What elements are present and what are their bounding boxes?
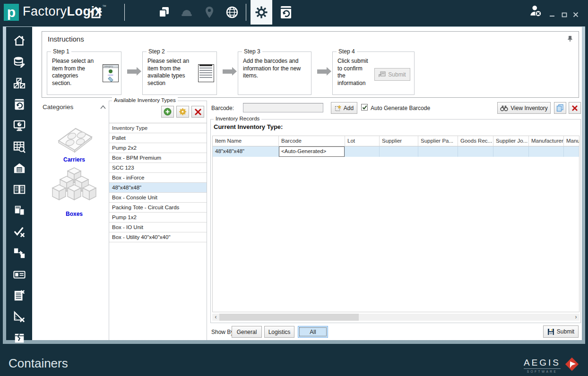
close-button[interactable] (571, 10, 580, 19)
category-label-carriers[interactable]: Carriers (42, 156, 107, 163)
record-cell (418, 146, 458, 157)
show-by-logistics-button[interactable]: Logistics (264, 326, 294, 338)
auto-generate-checkbox[interactable] (361, 104, 368, 111)
step-1-thumbnail: categorycarrier (103, 64, 119, 82)
column-header[interactable]: Supplier Pa... (418, 136, 458, 146)
column-header[interactable]: Manufacturer (529, 136, 564, 146)
location-pin-icon[interactable] (202, 5, 216, 19)
documents-icon[interactable] (157, 5, 171, 19)
add-type-button[interactable] (161, 106, 174, 118)
column-header[interactable]: Supplier Jo... (493, 136, 529, 146)
record-row[interactable]: 48"x48"x48" <Auto-Generated> (213, 146, 579, 157)
types-column-header[interactable]: Inventory Type (109, 123, 207, 133)
column-header[interactable]: Item Name (213, 136, 279, 146)
ruler-x-icon[interactable] (13, 310, 26, 324)
minimize-button[interactable] (547, 10, 557, 19)
pages-icon[interactable] (13, 204, 26, 217)
step-3-label: Step 3 (242, 48, 262, 55)
add-button[interactable]: Add (331, 102, 357, 114)
settings-tab-active[interactable] (251, 0, 272, 25)
show-by-all-button-selected[interactable]: All (298, 326, 328, 338)
categories-panel: Categories (42, 102, 107, 338)
home-icon[interactable] (89, 5, 103, 19)
categories-header: Categories (42, 102, 107, 112)
book-icon[interactable] (13, 183, 26, 196)
available-types-panel: Available Inventory Types (109, 101, 207, 340)
damaged-box-icon[interactable] (13, 332, 26, 345)
pin-icon[interactable] (567, 35, 573, 43)
record-cell-item-name: 48"x48"x48" (213, 146, 279, 157)
category-item-carriers[interactable]: Carriers (42, 123, 107, 163)
inventory-type-row[interactable]: Box - inForce (109, 173, 207, 183)
scroll-left-arrow[interactable]: ‹ (212, 314, 219, 321)
auto-generate-label[interactable]: Auto Generate Barcode (371, 105, 430, 111)
step-3: Step 3 Add the barcodes and information … (238, 51, 311, 95)
inventory-type-row[interactable]: Box - Utility 40"x40"x40" (109, 232, 207, 242)
instructions-panel: Instructions Step 1 Please select an ite… (42, 31, 579, 98)
inventory-type-row[interactable]: Box - Console Unit (109, 193, 207, 203)
crates-icon[interactable] (13, 77, 26, 90)
collapse-chevron-icon[interactable] (100, 104, 106, 111)
barcode-input[interactable] (243, 103, 323, 112)
inventory-type-row-selected[interactable]: 48"x48"x48" (109, 183, 207, 193)
submit-button[interactable]: Submit (543, 325, 579, 338)
inventory-type-row[interactable]: SCC 123 (109, 163, 207, 173)
modify-type-button[interactable] (176, 106, 189, 118)
id-card-icon[interactable] (13, 268, 26, 281)
database-edit-icon[interactable] (13, 55, 26, 68)
available-types-title: Available Inventory Types (112, 97, 178, 103)
inventory-type-row[interactable]: Box - IO Unit (109, 222, 207, 232)
inventory-type-row[interactable]: Box - BPM Premium (109, 153, 207, 163)
receiving-nav-icon[interactable] (13, 98, 26, 111)
types-list: Inventory Type Pallet Pump 2x2 Box - BPM… (109, 123, 207, 340)
copy-icon (556, 104, 564, 112)
status-bar: Containers AEGIS SOFTWARE (0, 352, 588, 376)
column-header[interactable]: Barcode (279, 136, 345, 146)
transfer-icon[interactable] (13, 247, 26, 260)
record-cell (345, 146, 380, 157)
inventory-type-row[interactable]: Packing Tote - Circuit Cards (109, 203, 207, 213)
globe-icon[interactable] (225, 5, 239, 19)
check-icon (362, 105, 367, 110)
monitor-chart-icon[interactable] (13, 119, 26, 132)
new-item-icon (335, 105, 341, 111)
view-inventory-button[interactable]: View Inventory (497, 102, 551, 114)
show-by-general-button[interactable]: General (232, 326, 262, 338)
column-header[interactable]: Manufac... (564, 136, 579, 146)
inventory-type-row[interactable]: Pallet (109, 133, 207, 143)
horizontal-scrollbar[interactable]: ‹ › (212, 314, 579, 321)
receiving-icon[interactable] (279, 5, 293, 19)
brand-first: Factory (23, 4, 67, 18)
inventory-type-row[interactable]: Pump 1x2 (109, 213, 207, 222)
records-header-row: Item Name Barcode Lot Supplier Supplier … (213, 136, 579, 146)
check-x-icon[interactable] (13, 225, 26, 239)
scroll-right-arrow[interactable]: › (572, 314, 579, 321)
user-logout-icon[interactable] (528, 4, 543, 18)
copy-records-button[interactable] (554, 102, 566, 114)
scrollbar-thumb[interactable] (219, 314, 359, 321)
delete-type-button[interactable] (191, 106, 204, 118)
list-x-icon[interactable] (13, 289, 26, 302)
column-header[interactable]: Supplier (380, 136, 418, 146)
delete-record-button[interactable] (569, 102, 581, 114)
add-icon (164, 108, 172, 116)
step-submit-button[interactable]: Submit (374, 68, 410, 81)
inventory-type-row[interactable]: Pump 2x2 (109, 143, 207, 153)
box-stack-icon (52, 167, 97, 208)
hardhat-icon[interactable] (180, 5, 194, 19)
submit-icon (379, 71, 386, 77)
record-cell (458, 146, 493, 157)
column-header[interactable]: Goods Rec... (458, 136, 493, 146)
home-nav-icon[interactable] (13, 34, 26, 47)
record-cell (493, 146, 529, 157)
record-cell (564, 146, 579, 157)
modify-icon (179, 108, 187, 116)
warehouse-icon[interactable] (13, 162, 26, 175)
record-cell-barcode[interactable]: <Auto-Generated> (279, 146, 345, 157)
category-label-boxes[interactable]: Boxes (42, 211, 107, 217)
category-item-boxes[interactable]: Boxes (42, 167, 107, 217)
table-search-icon[interactable] (13, 140, 26, 154)
maximize-button[interactable] (560, 10, 569, 19)
step-1: Step 1 Please select an item from the ca… (47, 51, 121, 95)
column-header[interactable]: Lot (345, 136, 380, 146)
